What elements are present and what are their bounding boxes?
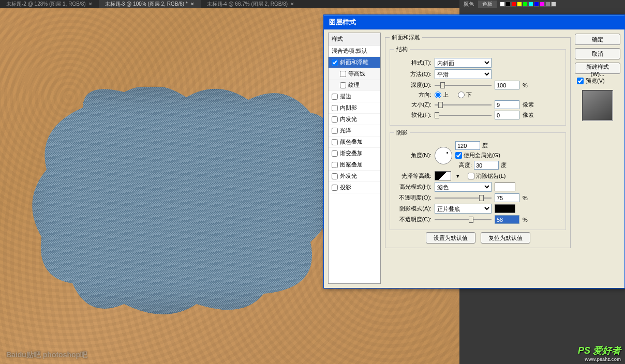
doc-tab[interactable]: 未标题-2 @ 128% (图层 1, RGB/8)✕ — [0, 0, 99, 8]
watermark-right: PS 爱好者www.psahz.com — [578, 344, 621, 362]
shading-fieldset: 阴影 角度(N): 度 使用全局光(G) 高度:度 光泽等高线:▾消除锯齿(L)… — [390, 129, 566, 230]
shop-slider[interactable] — [435, 216, 492, 224]
unit: % — [523, 195, 528, 201]
swatch[interactable] — [528, 2, 533, 7]
shop-input[interactable] — [495, 215, 519, 224]
size-input[interactable] — [495, 100, 519, 109]
effect-gradoverlay[interactable]: 渐变叠加 — [329, 148, 380, 159]
swatch[interactable] — [534, 2, 539, 7]
swatch[interactable] — [540, 2, 545, 7]
effect-check[interactable] — [332, 59, 338, 66]
effect-check[interactable] — [332, 139, 338, 145]
close-icon[interactable]: ✕ — [290, 2, 294, 7]
anti-label: 消除锯齿(L) — [476, 172, 505, 180]
effect-patternoverlay[interactable]: 图案叠加 — [329, 159, 380, 171]
reset-default-button[interactable]: 复位为默认值 — [481, 232, 530, 244]
size-slider[interactable] — [435, 101, 492, 109]
effect-outerglow[interactable]: 外发光 — [329, 171, 380, 182]
effect-check[interactable] — [332, 173, 338, 179]
cancel-button[interactable]: 取消 — [575, 48, 620, 59]
section-title: 斜面和浮雕 — [390, 34, 422, 41]
soften-input[interactable] — [495, 111, 519, 119]
swatch[interactable] — [517, 2, 522, 7]
swatches-panel-tab[interactable]: 色板 — [478, 1, 497, 8]
doc-tab-active[interactable]: 未标题-3 @ 100% (图层 2, RGB/8) *✕ — [99, 0, 201, 8]
sh-color-swatch[interactable] — [495, 204, 515, 213]
style-select[interactable]: 内斜面 — [435, 58, 492, 68]
make-default-button[interactable]: 设置为默认值 — [426, 232, 475, 244]
shop-label: 不透明度(C): — [394, 216, 431, 223]
effect-satin[interactable]: 光泽 — [329, 125, 380, 136]
soften-label: 软化(F): — [394, 111, 431, 119]
blend-options-row[interactable]: 混合选项:默认 — [329, 46, 380, 57]
effect-check[interactable] — [332, 185, 338, 191]
close-icon[interactable]: ✕ — [190, 2, 195, 7]
effect-check[interactable] — [332, 105, 338, 111]
watermark-left: Baidu贴吧 photoshop吧 — [6, 351, 87, 360]
depth-input[interactable] — [495, 81, 519, 89]
ok-button[interactable]: 确定 — [575, 34, 620, 45]
effect-check[interactable] — [340, 71, 346, 77]
effect-check[interactable] — [332, 128, 338, 134]
close-icon[interactable]: ✕ — [88, 2, 93, 7]
altitude-input[interactable] — [474, 161, 499, 170]
effect-check[interactable] — [332, 116, 338, 123]
antialias-check[interactable] — [468, 173, 474, 179]
effect-bevel[interactable]: 斜面和浮雕 — [329, 57, 380, 68]
hlop-input[interactable] — [495, 193, 519, 202]
altitude-label: 高度: — [455, 161, 472, 169]
effect-check[interactable] — [332, 94, 338, 100]
shmode-select[interactable]: 正片叠底 — [435, 204, 492, 214]
effect-coloroverlay[interactable]: 颜色叠加 — [329, 136, 380, 148]
hl-color-swatch[interactable] — [495, 183, 515, 191]
dir-up-radio[interactable] — [435, 92, 441, 98]
hlop-slider[interactable] — [435, 194, 492, 202]
structure-legend: 结构 — [394, 46, 410, 53]
preview-check[interactable] — [577, 78, 584, 84]
swatch[interactable] — [523, 2, 528, 7]
unit: % — [523, 217, 528, 223]
shading-legend: 阴影 — [394, 129, 410, 136]
global-light-check[interactable] — [455, 152, 462, 159]
angle-input[interactable] — [455, 141, 480, 150]
effect-innershadow[interactable]: 内阴影 — [329, 102, 380, 114]
effect-check[interactable] — [340, 82, 346, 88]
structure-fieldset: 结构 样式(T):内斜面 方法(Q):平滑 深度(D):% 方向: 上 下 大小… — [390, 46, 566, 126]
technique-select[interactable]: 平滑 — [435, 69, 492, 79]
unit: 度 — [501, 161, 507, 169]
dialog-titlebar[interactable]: 图层样式 — [324, 15, 624, 29]
effect-contour[interactable]: 等高线 — [329, 68, 380, 80]
effect-stroke[interactable]: 描边 — [329, 91, 380, 102]
effect-innerglow[interactable]: 内发光 — [329, 114, 380, 125]
styles-list: 样式 混合选项:默认 斜面和浮雕 等高线 纹理 描边 内阴影 内发光 光泽 颜色… — [328, 33, 381, 284]
unit: 像素 — [523, 101, 534, 109]
swatch[interactable] — [545, 2, 550, 7]
preview-swatch — [582, 90, 613, 121]
shmode-label: 阴影模式(A): — [394, 205, 431, 213]
unit: 度 — [482, 142, 488, 149]
soften-slider[interactable] — [435, 111, 492, 119]
swatch[interactable] — [551, 2, 556, 7]
gloss-label: 光泽等高线: — [394, 172, 431, 180]
new-style-button[interactable]: 新建样式(W)... — [575, 63, 620, 74]
swatch[interactable] — [511, 2, 516, 7]
effect-texture[interactable]: 纹理 — [329, 80, 380, 91]
denim-cloud-shape — [21, 87, 336, 314]
gloss-contour-picker[interactable] — [435, 171, 451, 180]
up-label: 上 — [443, 91, 449, 99]
color-panel-tab[interactable]: 颜色 — [459, 1, 478, 8]
effect-check[interactable] — [332, 150, 338, 157]
dir-down-radio[interactable] — [458, 92, 465, 98]
hlmode-select[interactable]: 滤色 — [435, 182, 492, 192]
effect-dropshadow[interactable]: 投影 — [329, 182, 380, 193]
doc-tab[interactable]: 未标题-4 @ 66.7% (图层 2, RGB/8)✕ — [201, 0, 301, 8]
depth-label: 深度(D): — [394, 81, 431, 89]
effect-check[interactable] — [332, 162, 338, 168]
angle-dial[interactable] — [435, 147, 452, 164]
style-label: 样式(T): — [394, 59, 431, 67]
swatch[interactable] — [500, 2, 505, 7]
styles-header[interactable]: 样式 — [329, 33, 380, 46]
depth-slider[interactable] — [435, 81, 492, 89]
layer-style-dialog: 图层样式 样式 混合选项:默认 斜面和浮雕 等高线 纹理 描边 内阴影 内发光 … — [323, 14, 625, 289]
swatch[interactable] — [505, 2, 511, 7]
